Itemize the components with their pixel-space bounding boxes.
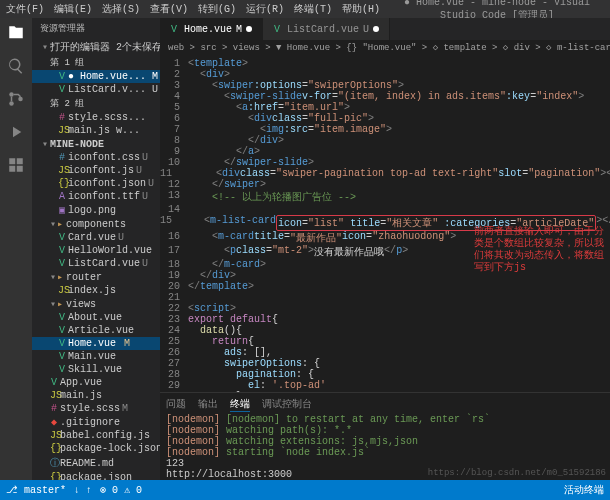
status-bar: ⎇ master* ↓ ↑ ⊗ 0 ⚠ 0 活动终端 xyxy=(0,480,610,500)
svg-rect-3 xyxy=(9,158,15,164)
code-editor[interactable]: 前两者直接输入即可，由于分类是个数组比较复杂，所以我们将其改为动态传入，将数组写… xyxy=(160,56,610,392)
breadcrumb[interactable]: web > src > views > ▼ Home.vue > {} "Hom… xyxy=(160,40,610,56)
file-skill[interactable]: VSkill.vue xyxy=(32,363,160,376)
folder-router[interactable]: ▾▸router xyxy=(32,270,160,284)
open-editor-home[interactable]: V● Home.vue... M xyxy=(32,70,160,83)
file-about[interactable]: VAbout.vue xyxy=(32,311,160,324)
editor-tabs: VHome.vue M VListCard.vue U xyxy=(160,18,610,40)
open-editor-mainjs[interactable]: JSmain.js w... xyxy=(32,124,160,137)
tab-output[interactable]: 输出 xyxy=(198,397,218,412)
svg-rect-6 xyxy=(17,166,23,172)
file-readme[interactable]: ⓘREADME.md xyxy=(32,455,160,471)
explorer-sidebar: 资源管理器 ▾打开的编辑器 2个未保存 第 1 组 V● Home.vue...… xyxy=(32,18,160,480)
menu-edit[interactable]: 编辑(E) xyxy=(54,2,92,16)
menu-term[interactable]: 终端(T) xyxy=(294,2,332,16)
file-stylescss[interactable]: #style.scssM xyxy=(32,402,160,415)
file-logo[interactable]: ▣logo.png xyxy=(32,203,160,217)
terminal-panel[interactable]: 问题 输出 终端 调试控制台 [nodemon] [nodemon] to re… xyxy=(160,392,610,480)
status-right[interactable]: 活动终端 xyxy=(564,483,604,497)
file-indexjs[interactable]: JSindex.js xyxy=(32,284,160,297)
annotation-text: 前两者直接输入即可，由于分类是个数组比较复杂，所以我们将其改为动态传入，将数组写… xyxy=(474,226,604,274)
tab-listcard[interactable]: VListCard.vue U xyxy=(263,18,390,40)
file-iconfont-css[interactable]: #iconfont.cssU xyxy=(32,151,160,164)
svg-rect-5 xyxy=(9,166,15,172)
status-branch[interactable]: ⎇ master* xyxy=(6,484,66,496)
menu-file[interactable]: 文件(F) xyxy=(6,2,44,16)
menubar[interactable]: 文件(F) 编辑(E) 选择(S) 查看(V) 转到(G) 运行(R) 终端(T… xyxy=(0,0,610,18)
svg-rect-4 xyxy=(17,158,23,164)
tab-problems[interactable]: 问题 xyxy=(166,397,186,412)
extensions-icon[interactable] xyxy=(7,156,25,177)
editor-area: VHome.vue M VListCard.vue U web > src > … xyxy=(160,18,610,480)
menu-sel[interactable]: 选择(S) xyxy=(102,2,140,16)
tab-terminal[interactable]: 终端 xyxy=(230,397,250,412)
file-iconfont-js[interactable]: JSiconfont.jsU xyxy=(32,164,160,177)
file-pkglock[interactable]: {}package-lock.json xyxy=(32,442,160,455)
open-editor-style[interactable]: #style.scss... xyxy=(32,111,160,124)
group-1: 第 1 组 xyxy=(32,55,160,70)
debug-icon[interactable] xyxy=(7,123,25,144)
tab-home[interactable]: VHome.vue M xyxy=(160,18,263,40)
file-article[interactable]: VArticle.vue xyxy=(32,324,160,337)
file-iconfont-json[interactable]: {}iconfont.jsonU xyxy=(32,177,160,190)
file-gitignore[interactable]: ◆.gitignore xyxy=(32,415,160,429)
group-2: 第 2 组 xyxy=(32,96,160,111)
folder-views[interactable]: ▾▸views xyxy=(32,297,160,311)
project-header[interactable]: ▾MINE-NODE xyxy=(32,137,160,151)
scm-icon[interactable] xyxy=(7,90,25,111)
svg-point-0 xyxy=(9,92,14,97)
menu-view[interactable]: 查看(V) xyxy=(150,2,188,16)
svg-point-2 xyxy=(18,97,23,102)
file-pkg[interactable]: {}package.json xyxy=(32,471,160,480)
file-babel[interactable]: JSbabel.config.js xyxy=(32,429,160,442)
file-home[interactable]: VHome.vue M xyxy=(32,337,160,350)
file-iconfont-ttf[interactable]: Aiconfont.ttfU xyxy=(32,190,160,203)
sidebar-title: 资源管理器 xyxy=(32,18,160,39)
tab-debug[interactable]: 调试控制台 xyxy=(262,397,312,412)
search-icon[interactable] xyxy=(7,57,25,78)
activity-bar xyxy=(0,18,32,480)
watermark: https://blog.csdn.net/m0_51592186 xyxy=(428,468,606,478)
svg-point-1 xyxy=(9,101,14,106)
menu-help[interactable]: 帮助(H) xyxy=(342,2,380,16)
folder-components[interactable]: ▾▸components xyxy=(32,217,160,231)
file-main[interactable]: VMain.vue xyxy=(32,350,160,363)
file-mainjs[interactable]: JSmain.js xyxy=(32,389,160,402)
file-hello[interactable]: VHelloWorld.vue xyxy=(32,244,160,257)
status-errors[interactable]: ⊗ 0 ⚠ 0 xyxy=(100,484,142,496)
menu-run[interactable]: 运行(R) xyxy=(246,2,284,16)
file-listcard[interactable]: VListCard.vueU xyxy=(32,257,160,270)
menu-goto[interactable]: 转到(G) xyxy=(198,2,236,16)
file-card[interactable]: VCard.vueU xyxy=(32,231,160,244)
explorer-icon[interactable] xyxy=(7,24,25,45)
open-editors-header[interactable]: ▾打开的编辑器 2个未保存 xyxy=(32,39,160,55)
open-editor-listcard[interactable]: VListCard.v... U xyxy=(32,83,160,96)
status-sync[interactable]: ↓ ↑ xyxy=(74,485,92,496)
terminal-tabs: 问题 输出 终端 调试控制台 xyxy=(166,395,604,414)
file-app[interactable]: VApp.vue xyxy=(32,376,160,389)
